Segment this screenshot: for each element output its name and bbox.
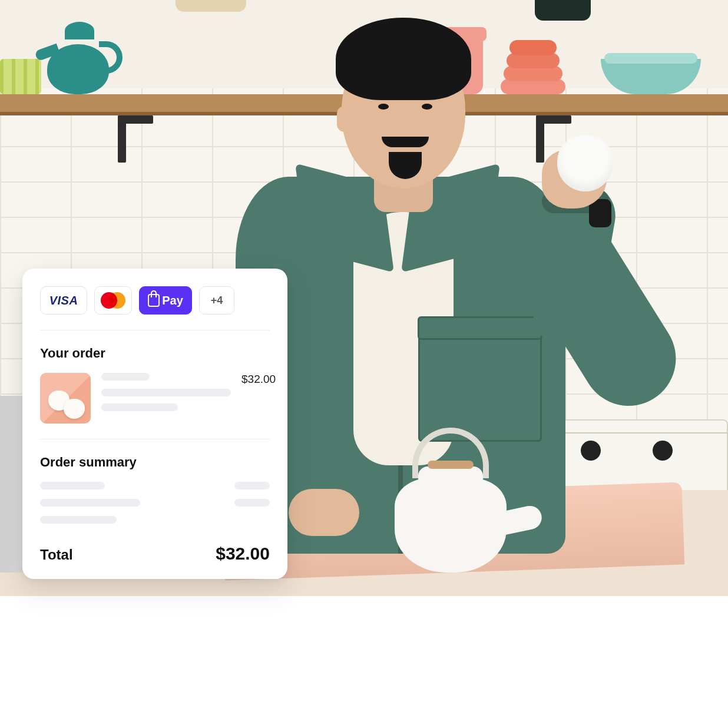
white-cup — [557, 135, 613, 191]
product-text-placeholder — [101, 373, 231, 411]
summary-placeholder-lines — [40, 482, 270, 524]
payment-option-shop-pay[interactable]: Pay — [139, 286, 192, 315]
payment-option-mastercard[interactable] — [94, 286, 132, 315]
payment-option-visa[interactable]: VISA — [40, 286, 87, 315]
shop-pay-label: Pay — [162, 294, 183, 307]
payment-option-more[interactable]: +4 — [199, 286, 234, 315]
total-label: Total — [40, 547, 73, 563]
white-teapot — [377, 443, 530, 573]
shelf-bracket — [118, 115, 126, 163]
checkout-card: VISA Pay +4 Your order $32.00 Order summ… — [22, 269, 287, 579]
order-summary-heading: Order summary — [40, 455, 270, 470]
shop-pay-icon: Pay — [148, 294, 183, 307]
payment-method-row: VISA Pay +4 — [40, 286, 270, 315]
divider — [40, 330, 270, 330]
line-item-price: $32.00 — [241, 373, 276, 386]
more-payment-count: +4 — [211, 294, 223, 307]
mastercard-icon — [101, 292, 125, 309]
teal-kettle — [35, 32, 127, 94]
total-amount: $32.00 — [216, 544, 270, 564]
total-row: Total $32.00 — [40, 544, 270, 564]
visa-icon: VISA — [49, 294, 78, 307]
your-order-heading: Your order — [40, 346, 270, 361]
product-thumbnail[interactable] — [40, 373, 91, 423]
order-line-item: $32.00 — [40, 373, 270, 423]
divider — [40, 439, 270, 439]
shopping-bag-icon — [148, 294, 160, 307]
